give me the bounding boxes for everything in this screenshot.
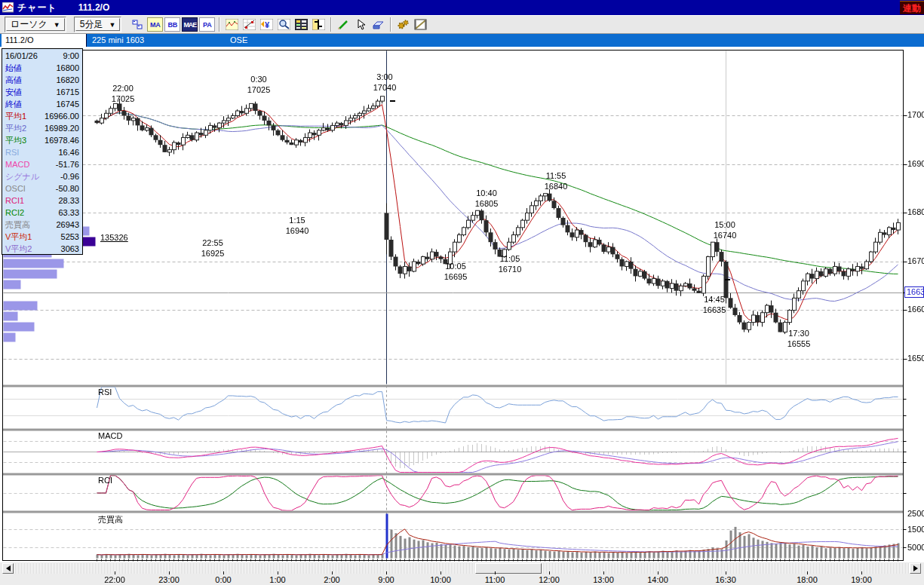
- price-axis-label: 17000: [907, 110, 924, 119]
- info-label: 売買高: [5, 219, 30, 231]
- info-label: 平均1: [5, 110, 26, 122]
- time-axis-tick: [495, 571, 496, 574]
- info-row: 平均116966.00: [2, 110, 82, 122]
- trend-tool-icon[interactable]: [241, 17, 257, 32]
- ma-button[interactable]: MA: [147, 17, 163, 32]
- time-axis-tick: [603, 571, 604, 574]
- scrollbar-track[interactable]: [2, 563, 921, 574]
- annotation-time: 14:45: [703, 294, 726, 305]
- info-value: 16715: [56, 86, 79, 98]
- time-axis-label: 14:00: [647, 575, 668, 584]
- annotation-time: 3:00: [373, 72, 397, 82]
- line-chart-icon[interactable]: [224, 17, 240, 32]
- scroll-right-button[interactable]: [910, 563, 921, 574]
- kagi-icon[interactable]: [413, 17, 428, 32]
- annotation-time: 1:15: [286, 215, 309, 225]
- time-axis-label: 11:00: [485, 575, 505, 584]
- zoom-icon[interactable]: [276, 17, 292, 32]
- chart-canvas[interactable]: [0, 47, 924, 562]
- info-label: シグナル: [5, 170, 39, 182]
- chart-annotation: 11:5516840: [545, 170, 568, 191]
- volume-panel-label: 売買高: [98, 514, 123, 525]
- time-axis-tick: [278, 571, 278, 574]
- chart-annotation: 22:5516925: [201, 237, 225, 259]
- info-row: RCI263.33: [2, 207, 82, 219]
- info-value: 16966.00: [45, 110, 79, 122]
- gear-icon[interactable]: [395, 17, 411, 32]
- exchange-name: OSE: [230, 35, 247, 44]
- mae-button[interactable]: MAE: [182, 17, 198, 32]
- toolbar-separator: [219, 17, 220, 32]
- info-label: 安値: [5, 86, 22, 98]
- chart-window: チャート 111.2/O 連動 ローソク ▼ 5分足 ▼ MABBMAEPA¥ …: [0, 0, 924, 585]
- time-axis-tick: [115, 571, 115, 574]
- annotation-time: 17:30: [787, 328, 811, 338]
- annotation-price: 16940: [286, 225, 309, 236]
- info-row: 始値16800: [2, 62, 82, 74]
- time-axis-label: 13:00: [593, 575, 614, 584]
- ohlc-bar-icon[interactable]: [311, 17, 327, 32]
- info-value: 28.33: [58, 194, 79, 207]
- info-row: RSI16.46: [2, 146, 82, 158]
- info-row: V平均23063: [2, 243, 82, 255]
- yen-quote-icon[interactable]: ¥: [259, 17, 275, 32]
- title-bar: チャート 111.2/O 連動: [0, 0, 924, 15]
- annotation-time: 10:40: [475, 188, 499, 198]
- tab-row: 111.2/O 225 mini 1603 OSE: [0, 34, 924, 47]
- info-label: 平均3: [5, 134, 26, 146]
- pa-button[interactable]: PA: [199, 17, 215, 32]
- extreme-dash-marker: [725, 279, 730, 280]
- chart-annotation: 17:3016555: [787, 328, 811, 349]
- info-value: 63.33: [58, 207, 79, 219]
- tab-active-symbol[interactable]: 111.2/O: [2, 34, 87, 47]
- pointer-icon[interactable]: [353, 17, 369, 32]
- price-axis-label: 16900: [907, 159, 924, 168]
- volume-axis-label: 25000: [907, 509, 924, 518]
- info-row: 平均216989.20: [2, 122, 82, 134]
- volume-profile-peak-label: 135326: [100, 233, 128, 242]
- chevron-down-icon: ▼: [54, 21, 60, 29]
- price-axis-label: 16600: [907, 305, 924, 314]
- price-tag-icon[interactable]: [130, 17, 146, 32]
- annotation-price: 16710: [499, 264, 522, 274]
- linked-badge[interactable]: 連動: [900, 1, 924, 14]
- scroll-left-button[interactable]: [2, 563, 14, 574]
- info-label: MACD: [5, 158, 29, 170]
- timeframe-dropdown[interactable]: 5分足 ▼: [75, 18, 121, 31]
- pencil-icon[interactable]: [336, 17, 351, 32]
- scrollbar-thumb[interactable]: [475, 563, 542, 574]
- info-label: 平均2: [5, 122, 26, 134]
- time-axis-tick: [169, 571, 170, 574]
- time-axis-label: 1:00: [269, 575, 285, 584]
- time-axis-tick: [386, 571, 387, 574]
- time-axis-tick: [861, 571, 862, 574]
- toolbar-separator: [390, 17, 391, 32]
- price-axis-label: 16700: [907, 256, 924, 265]
- time-axis-tick: [549, 571, 550, 574]
- eraser-icon[interactable]: [370, 17, 386, 32]
- extreme-dash-marker: [390, 100, 395, 102]
- quote-board-icon[interactable]: [293, 17, 309, 32]
- annotation-price: 16925: [201, 248, 225, 259]
- info-row: 高値16820: [2, 74, 82, 86]
- info-value: 16978.46: [45, 134, 79, 146]
- time-axis-label: 2:00: [324, 575, 339, 584]
- info-value: 5253: [61, 231, 79, 243]
- chart-type-dropdown[interactable]: ローソク ▼: [6, 18, 65, 31]
- info-label: RSI: [5, 146, 19, 158]
- time-axis-label: 19:00: [851, 575, 872, 584]
- time-axis-tick: [658, 571, 658, 574]
- chart-annotation: 10:0516695: [444, 261, 468, 282]
- time-axis-label: 12:00: [539, 575, 560, 584]
- arrow-left-icon: [6, 565, 11, 571]
- annotation-price: 17025: [247, 84, 271, 95]
- horizontal-scrollbar: [0, 562, 924, 574]
- price-axis-label: 16500: [907, 354, 924, 363]
- info-label: 終値: [5, 98, 22, 110]
- annotation-price: 17025: [112, 93, 135, 104]
- annotation-time: 15:00: [714, 219, 737, 230]
- bb-button[interactable]: BB: [164, 17, 180, 32]
- time-axis-tick: [441, 571, 441, 574]
- info-value: 26943: [56, 219, 79, 231]
- time-axis: 22:0023:000:001:002:009:0010:0011:0012:0…: [0, 574, 924, 585]
